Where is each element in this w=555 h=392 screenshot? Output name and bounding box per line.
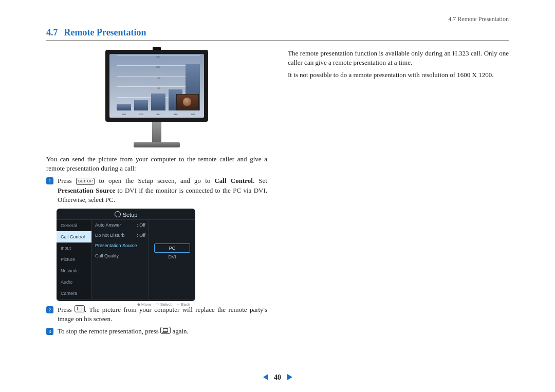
intro-paragraph: You can send the picture from your compu…: [46, 155, 267, 173]
osd-left-item: Picture: [57, 254, 91, 265]
running-header: 4.7 Remote Presentation: [46, 15, 509, 23]
osd-setting-row: Auto Answer: Off: [92, 220, 149, 230]
step-1: 1 Press SET UP to open the Setup screen,…: [46, 176, 267, 204]
osd-title: Setup: [57, 209, 195, 219]
chart-bar: [117, 104, 131, 110]
osd-left-item: Network: [57, 265, 91, 276]
setup-key: SET UP: [76, 178, 95, 185]
step-2: 2 Press . The picture from your computer…: [46, 305, 267, 324]
monitor-illustration: 50100150200250 20022003200420052006: [46, 50, 267, 147]
next-page-icon[interactable]: [287, 374, 292, 380]
section-heading: 4.7Remote Presentation: [46, 27, 509, 41]
prev-page-icon[interactable]: [263, 374, 268, 380]
osd-left-item: Audio: [57, 276, 91, 288]
osd-left-item: Call Control: [57, 231, 91, 242]
step-3: 3 To stop the remote presentation, press…: [46, 327, 267, 336]
presentation-key-icon: [75, 305, 85, 312]
page-number: 40: [274, 374, 281, 381]
step-badge-1: 1: [46, 177, 53, 184]
osd-option: PC: [154, 244, 190, 253]
osd-left-item: Input: [57, 242, 91, 254]
gear-icon: [115, 211, 121, 217]
osd-setting-row: Presentation Source: [92, 240, 149, 251]
setup-osd-screenshot: Setup GeneralCall ControlInputPictureNet…: [57, 209, 195, 301]
chart-bar: [151, 94, 165, 110]
picture-in-picture: [176, 94, 199, 110]
page-navigation: 40: [0, 374, 555, 382]
presentation-key-icon: [160, 327, 171, 334]
osd-setting-row: Do not Disturb: Off: [92, 230, 149, 240]
step-badge-3: 3: [46, 328, 53, 335]
osd-option: DVI: [154, 253, 190, 261]
section-title-text: Remote Presentation: [64, 27, 146, 38]
osd-setting-row: Call Quality: [92, 251, 149, 261]
osd-left-item: General: [57, 220, 91, 231]
note-paragraph-1: The remote presentation function is avai…: [288, 49, 509, 67]
step-badge-2: 2: [46, 306, 53, 313]
note-paragraph-2: It is not possible to do a remote presen…: [288, 70, 509, 80]
osd-left-item: Camera: [57, 288, 91, 299]
section-number: 4.7: [46, 27, 58, 38]
chart-bar: [134, 100, 149, 110]
